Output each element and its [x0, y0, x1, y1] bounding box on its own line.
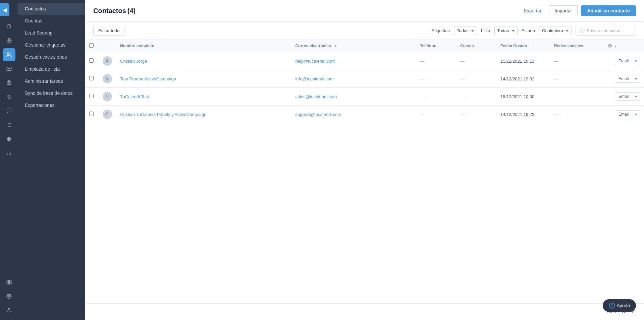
- svg-point-26: [8, 296, 10, 297]
- table-row: TuCalendi Test sales@tucalendi.com — — 1…: [85, 88, 644, 106]
- contact-name-cell: TuCalendi Test: [116, 88, 291, 106]
- email-column-header[interactable]: Correo electrónico ▼: [291, 40, 416, 52]
- social-value: —: [554, 59, 558, 64]
- email-action-chevron[interactable]: ▼: [632, 111, 640, 118]
- add-contact-button[interactable]: Añadir un contacto: [581, 5, 636, 16]
- table-footer: Filas 20 10 50 100: [85, 303, 644, 320]
- estado-select[interactable]: Cualquiera: [539, 26, 572, 35]
- user-profile-icon-btn[interactable]: [3, 304, 15, 317]
- row-checkbox-3[interactable]: [89, 112, 94, 116]
- contact-phone-cell: —: [416, 52, 456, 70]
- sidebar-item-gestion-exclusiones[interactable]: Gestión exclusiones: [18, 51, 85, 63]
- contact-account-cell: —: [456, 88, 496, 106]
- mail-icon-btn[interactable]: [3, 62, 15, 75]
- name-column-header[interactable]: Nombre completo: [116, 40, 291, 52]
- email-action-chevron[interactable]: ▼: [632, 76, 640, 82]
- email-action-button[interactable]: Email ▼: [615, 75, 640, 83]
- sidebar-item-contactos[interactable]: Contactos: [18, 3, 85, 15]
- contact-email-link[interactable]: sales@tucalendi.com: [295, 94, 337, 99]
- sidebar-item-administrar-tareas[interactable]: Administrar tareas: [18, 75, 85, 87]
- row-checkbox-cell: [85, 88, 99, 106]
- contact-email-link[interactable]: info@tucalendi.com: [295, 76, 333, 81]
- table-row: Cristian Jorge help@tucalendi.com — — 15…: [85, 52, 644, 70]
- pages-icon-btn[interactable]: [3, 276, 15, 289]
- lista-select[interactable]: Todas: [494, 26, 518, 35]
- chart-icon-btn[interactable]: [3, 147, 15, 159]
- select-all-checkbox[interactable]: [89, 43, 94, 48]
- email-action-label[interactable]: Email: [615, 75, 632, 82]
- row-checkbox-1[interactable]: [89, 76, 94, 80]
- contact-actions-cell: Email ▼: [604, 70, 644, 88]
- column-settings-icon[interactable]: ⚙: [608, 43, 612, 49]
- contact-email-link[interactable]: help@tucalendi.com: [295, 59, 335, 64]
- email-action-label[interactable]: Email: [615, 93, 632, 100]
- svg-point-5: [7, 53, 9, 54]
- contact-account-cell: —: [456, 52, 496, 70]
- contacts-table-container: Nombre completo Correo electrónico ▼ Tel…: [85, 40, 644, 303]
- contact-name-link[interactable]: TuCalendi Test: [120, 94, 149, 99]
- edit-all-button[interactable]: Editar todo: [93, 26, 124, 36]
- header-actions: Exportar Importar Añadir un contacto: [520, 5, 636, 16]
- search-icon-btn[interactable]: [3, 20, 15, 33]
- contacts-icon-btn[interactable]: [3, 48, 15, 61]
- contact-social-cell: —: [550, 52, 604, 70]
- contact-name-link[interactable]: Cristian Jorge: [120, 59, 147, 64]
- date-value: 15/12/2021 10:13: [500, 59, 534, 64]
- sidebar-item-sync-db[interactable]: Sync de base de datos: [18, 87, 85, 99]
- svg-rect-23: [9, 280, 11, 282]
- sidebar-item-exportaciones[interactable]: Exportaciones: [18, 99, 85, 111]
- contact-name-link[interactable]: Test Prueba ActiveCampaign: [120, 76, 176, 81]
- svg-rect-17: [9, 139, 11, 141]
- svg-point-27: [8, 308, 10, 310]
- import-button[interactable]: Importar: [549, 5, 578, 16]
- contacts-table: Nombre completo Correo electrónico ▼ Tel…: [85, 40, 644, 123]
- etiquetas-select[interactable]: Todas: [454, 26, 477, 35]
- target-icon-btn[interactable]: [3, 34, 15, 47]
- svg-rect-24: [7, 282, 8, 284]
- row-checkbox-0[interactable]: [89, 58, 94, 63]
- search-input[interactable]: [576, 26, 636, 36]
- lista-label: Lista: [481, 28, 490, 33]
- contact-phone-cell: —: [416, 70, 456, 88]
- svg-point-0: [7, 24, 11, 28]
- email-action-chevron[interactable]: ▼: [632, 93, 640, 100]
- contact-avatar: [103, 110, 112, 119]
- account-value: —: [460, 76, 465, 81]
- contact-account-cell: —: [456, 70, 496, 88]
- email-action-button[interactable]: Email ▼: [615, 110, 640, 118]
- contact-date-cell: 14/12/2021 19:02: [496, 70, 550, 88]
- contact-name-cell: Cristian Jorge: [116, 52, 291, 70]
- email-action-chevron[interactable]: ▼: [632, 58, 640, 64]
- dollar-icon-btn[interactable]: [3, 90, 15, 103]
- email-action-label[interactable]: Email: [615, 111, 632, 118]
- contact-phone-cell: —: [416, 106, 456, 123]
- export-button[interactable]: Exportar: [520, 6, 545, 15]
- ayuda-icon: ?: [609, 303, 615, 309]
- contact-account-cell: —: [456, 106, 496, 123]
- phone-value: —: [420, 59, 424, 64]
- settings-icon-btn[interactable]: [3, 290, 15, 303]
- sidebar-item-limpieza-lista[interactable]: Limpieza de lista: [18, 63, 85, 75]
- contact-email-link[interactable]: support@tucalendi.com: [295, 112, 341, 117]
- contact-social-cell: —: [550, 106, 604, 123]
- contact-actions-cell: Email ▼: [604, 88, 644, 106]
- email-action-label[interactable]: Email: [615, 57, 632, 65]
- list-icon-btn[interactable]: [3, 119, 15, 131]
- email-action-button[interactable]: Email ▼: [615, 57, 640, 65]
- globe-icon-btn[interactable]: [3, 76, 15, 89]
- contact-avatar: [103, 92, 112, 101]
- date-column-header: Fecha Creado: [496, 40, 550, 52]
- sidebar-item-lead-scoring[interactable]: Lead Scoring: [18, 27, 85, 39]
- sidebar-item-cuentas[interactable]: Cuentas: [18, 15, 85, 27]
- contact-name-link[interactable]: Cristian TuCalendi Pabbly y ActiveCampai…: [120, 112, 206, 117]
- email-action-button[interactable]: Email ▼: [615, 92, 640, 101]
- svg-rect-18: [7, 139, 9, 141]
- toolbar: Editar todo Etiquetas Todas Lista Todas …: [85, 22, 644, 40]
- chat-icon-btn[interactable]: [3, 105, 15, 117]
- web-icon-btn[interactable]: [3, 133, 15, 145]
- row-checkbox-2[interactable]: [89, 94, 94, 98]
- sidebar-item-gestionar-etiquetas[interactable]: Gestionar etiquetas: [18, 39, 85, 51]
- account-value: —: [460, 94, 465, 99]
- ayuda-button[interactable]: ? Ayuda: [603, 299, 636, 312]
- collapse-sidebar-button[interactable]: ◀: [0, 3, 9, 16]
